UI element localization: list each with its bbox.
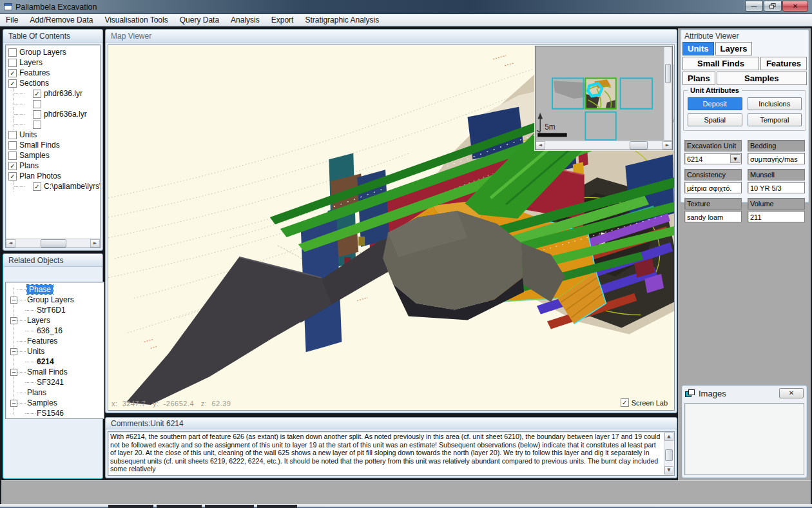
deposit-button[interactable]: Deposit (688, 97, 742, 110)
field-volume: Volume 211 (748, 198, 805, 222)
collapse-icon[interactable]: − (10, 400, 17, 407)
menu-file[interactable]: File (0, 14, 24, 26)
scroll-right-icon[interactable]: ► (662, 141, 672, 150)
close-button[interactable]: ✕ (782, 1, 808, 12)
menu-stratigraphic-analysis[interactable]: Stratigraphic Analysis (299, 14, 385, 26)
comments-box[interactable]: With #6214, the southern part of feature… (108, 431, 675, 476)
checkbox[interactable]: ✓ (8, 172, 17, 181)
menu-query-data[interactable]: Query Data (174, 14, 225, 26)
related-item-group-layers[interactable]: −Group Layers (6, 295, 104, 305)
screen-label-toggle[interactable]: ✓ Screen Lab (619, 398, 669, 407)
scroll-right-icon[interactable]: ► (90, 239, 100, 248)
checkbox[interactable]: ✓ (8, 69, 17, 77)
checkbox[interactable] (8, 151, 17, 160)
scroll-up-icon[interactable]: ▲ (664, 433, 673, 441)
related-item-phase[interactable]: Phase (6, 284, 104, 295)
restore-button[interactable] (764, 1, 782, 12)
toc-item-sections[interactable]: ✓Sections (6, 78, 100, 88)
inclusions-button[interactable]: Inclusions (748, 97, 802, 110)
related-item-636-16[interactable]: 636_16 (6, 326, 104, 336)
related-item-sf3241[interactable]: SF3241 (6, 377, 104, 387)
comments-text[interactable]: With #6214, the southern part of feature… (110, 433, 662, 474)
inset-horizontal-scrollbar[interactable]: ◄ ► (536, 141, 672, 150)
overview-map-inset[interactable]: 5m ◄ ► (535, 46, 673, 150)
tab-units[interactable]: Units (682, 42, 714, 55)
related-item-fs1546[interactable]: FS1546 (6, 408, 104, 418)
bedding-label: Bedding (748, 140, 805, 151)
consistency-input[interactable]: μέτρια σφιχτό. (684, 182, 742, 193)
checkbox[interactable] (33, 100, 41, 108)
related-item-strt6d1[interactable]: StrT6D1 (6, 305, 104, 315)
collapse-icon[interactable]: − (10, 348, 17, 355)
scroll-thumb[interactable] (630, 141, 648, 150)
scroll-down-icon[interactable]: ▼ (664, 466, 673, 474)
tab-features[interactable]: Features (760, 57, 807, 70)
toc-item-phdr636-lyr[interactable]: ✓phdr636.lyr (6, 88, 100, 99)
munsell-input[interactable]: 10 YR 5/3 (748, 182, 805, 193)
tab-samples[interactable]: Samples (717, 72, 807, 85)
menu-visualisation-tools[interactable]: Visualisation Tools (99, 14, 173, 26)
scroll-thumb[interactable] (665, 449, 673, 461)
toc-item-blank-1[interactable] (6, 99, 100, 109)
scroll-left-icon[interactable]: ◄ (536, 141, 545, 150)
tab-plans[interactable]: Plans (682, 72, 715, 85)
scroll-thumb[interactable] (41, 239, 66, 248)
related-item-units[interactable]: −Units (6, 346, 104, 357)
toc-item-units[interactable]: Units (6, 130, 100, 140)
checkbox[interactable]: ✓ (33, 90, 41, 98)
checkbox[interactable] (8, 141, 17, 150)
scroll-thumb[interactable] (665, 64, 671, 83)
map-canvas[interactable]: 5m ◄ ► x: 3247.7 y: -26652.4 z: 62.39 ✓ … (108, 44, 675, 411)
toc-item-blank-2[interactable] (6, 119, 100, 130)
related-item-plans[interactable]: Plans (6, 387, 104, 398)
dropdown-arrow-icon[interactable]: ▼ (730, 154, 740, 163)
toc-item-plan-photos[interactable]: ✓Plan Photos (6, 171, 100, 181)
tab-small-finds[interactable]: Small Finds (682, 57, 759, 70)
temporal-button[interactable]: Temporal (748, 113, 802, 126)
checkbox[interactable]: ✓ (8, 79, 17, 88)
unit-attributes-label: Unit Attributes (688, 86, 742, 94)
toc-item-layers[interactable]: Layers (6, 57, 100, 68)
volume-input[interactable]: 211 (748, 211, 805, 222)
toc-item-group-layers[interactable]: Group Layers (6, 47, 100, 57)
checkbox[interactable] (8, 131, 17, 139)
menu-bar: File Add/Remove Data Visualisation Tools… (0, 14, 812, 26)
toc-item-features[interactable]: ✓Features (6, 68, 100, 78)
checkbox[interactable] (8, 59, 17, 67)
toc-item-phdr636a-lyr[interactable]: phdr636a.lyr (6, 109, 100, 119)
related-item-features[interactable]: Features (6, 336, 104, 346)
checkbox[interactable] (8, 48, 17, 57)
related-item-small-finds[interactable]: −Small Finds (6, 367, 104, 377)
toc-item-small-finds[interactable]: Small Finds (6, 140, 100, 150)
menu-export[interactable]: Export (266, 14, 300, 26)
menu-analysis[interactable]: Analysis (225, 14, 266, 26)
checkbox[interactable]: ✓ (33, 182, 41, 191)
checkbox[interactable]: ✓ (8, 162, 17, 170)
images-close-button[interactable]: ✕ (779, 388, 804, 398)
collapse-icon[interactable]: − (10, 369, 17, 376)
related-item-6214[interactable]: 6214 (6, 357, 104, 367)
field-texture: Texture sandy loam (684, 198, 742, 222)
inset-vertical-scrollbar[interactable] (664, 47, 672, 140)
screen-label-checkbox[interactable]: ✓ (621, 398, 629, 407)
toc-horizontal-scrollbar[interactable]: ◄ ► (6, 239, 100, 248)
toc-item-plans[interactable]: ✓Plans (6, 161, 100, 171)
checkbox[interactable] (33, 121, 41, 129)
texture-input[interactable]: sandy loam (684, 211, 742, 222)
toc-item-plan-photo-path[interactable]: ✓C:\paliambe\lyrs\ph (6, 181, 100, 191)
menu-add-remove-data[interactable]: Add/Remove Data (24, 14, 99, 26)
checkbox[interactable] (33, 110, 41, 119)
comments-vertical-scrollbar[interactable]: ▲ ▼ (664, 433, 673, 474)
spatial-button[interactable]: Spatial (688, 113, 742, 126)
collapse-icon[interactable]: − (10, 297, 17, 304)
toc-item-samples[interactable]: Samples (6, 150, 100, 161)
collapse-icon[interactable]: − (10, 317, 17, 324)
minimize-button[interactable]: — (745, 1, 763, 12)
related-item-samples[interactable]: −Samples (6, 398, 104, 408)
scroll-left-icon[interactable]: ◄ (6, 239, 15, 248)
excavation-unit-combo[interactable]: 6214 ▼ (684, 153, 742, 164)
title-bar[interactable]: Paliambela Excavation — ✕ (0, 0, 812, 14)
related-item-layers[interactable]: −Layers (6, 315, 104, 326)
tab-layers[interactable]: Layers (715, 42, 753, 55)
bedding-input[interactable]: συμπαγής/mas (748, 153, 805, 164)
